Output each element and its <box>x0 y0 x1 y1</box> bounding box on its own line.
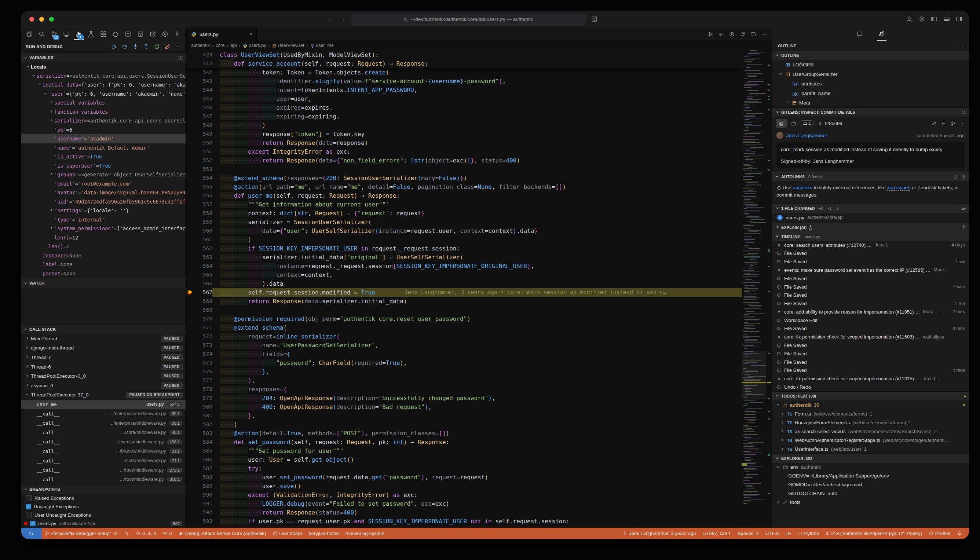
gutter-glyph[interactable] <box>186 77 195 85</box>
variable-row[interactable]: 'uid' = '49d24724dfa590a20fb5961e9c6673c… <box>21 197 186 207</box>
timeline-section-header[interactable]: TIMELINE users.py <box>772 232 969 241</box>
call-stack-frame[interactable]: __call__.../root/middleware.py318:1 <box>21 475 186 484</box>
go-env-var[interactable]: GOMOD=~/dev/authentik/go.mod <box>772 480 969 489</box>
split-editor-button[interactable] <box>750 31 756 37</box>
variable-row[interactable]: label = None <box>21 260 186 269</box>
history-back-icon[interactable]: ← <box>328 15 334 23</box>
variable-row[interactable]: 'is_superuser' = True <box>21 162 186 170</box>
debug-run-button[interactable] <box>729 31 735 37</box>
gutter-glyph[interactable] <box>186 323 195 332</box>
line-number[interactable]: 575 <box>195 360 212 366</box>
minimize-window-button[interactable] <box>39 17 44 22</box>
tree-expander-icon[interactable] <box>31 73 37 78</box>
call-stack-frame[interactable]: __call__.../enterprise/middleware.py39:1 <box>21 418 186 428</box>
account-icon[interactable] <box>906 16 913 23</box>
line-number[interactable]: 556 <box>195 193 212 198</box>
todo-file-HorizontalFormElementts[interactable]: TSHorizontalFormElement.ts(web/src/eleme… <box>772 418 969 427</box>
timeline-commit-item[interactable]: core: fix permission check for scoped im… <box>772 333 969 341</box>
breadcrumb-item-UserViewSet[interactable]: UserViewSet <box>272 43 304 48</box>
call-stack-thread[interactable]: asyncio_0PAUSED <box>21 381 186 390</box>
step-over-button[interactable] <box>122 43 128 50</box>
timeline-event-item[interactable]: File Saved <box>772 341 969 350</box>
gutter-glyph[interactable] <box>186 393 195 402</box>
timeline-event-item[interactable]: File Saved <box>772 274 969 283</box>
gutter-glyph[interactable] <box>186 464 195 473</box>
tree-expander-icon[interactable] <box>25 336 31 341</box>
graph-icon[interactable] <box>951 120 956 127</box>
variable-row[interactable]: 'settings' = {'locale': ''} <box>21 206 186 215</box>
commit-author-name[interactable]: Jens Langhammer <box>787 133 827 138</box>
rerun-button[interactable] <box>740 31 745 37</box>
activity-item-extension-a[interactable] <box>123 28 133 40</box>
statusbar-problems[interactable]: 00 <box>132 528 159 539</box>
statusbar-python-interpreter[interactable]: 3.12.8 ('authentik-xEAhpGPh-py3.12': Poe… <box>822 528 925 539</box>
line-number[interactable]: 577 <box>195 377 212 383</box>
gutter-glyph[interactable] <box>186 253 195 262</box>
line-number[interactable]: 576 <box>195 368 212 375</box>
changed-file-row[interactable]: ± users.py authentik/core/api <box>772 213 969 223</box>
tree-expander-icon[interactable] <box>48 100 54 105</box>
line-number[interactable]: 571 <box>195 325 212 330</box>
statusbar-live-share[interactable]: Live Share <box>269 528 305 539</box>
run-python-file-button[interactable] <box>708 31 713 37</box>
settings-gear-icon[interactable] <box>918 16 925 23</box>
timeline-event-item[interactable]: File Saved4 mos <box>772 367 969 375</box>
statusbar-monitoring-item[interactable]: monitoring-system <box>342 528 388 539</box>
activity-item-github[interactable] <box>111 28 121 40</box>
tree-expander-icon[interactable] <box>48 118 54 123</box>
breakpoints-section-header[interactable]: BREAKPOINTS <box>21 484 186 494</box>
timeline-event-item[interactable]: File Saved1 mo <box>772 299 969 308</box>
variable-row[interactable]: 'system_permissions' = ['access_admin_in… <box>21 224 186 233</box>
history-forward-icon[interactable]: → <box>339 15 345 23</box>
variable-row[interactable]: 'name' = 'authentik Default Admin' <box>21 143 186 153</box>
gutter-glyph[interactable] <box>186 438 195 446</box>
line-number[interactable]: 578 <box>195 386 212 392</box>
back-icon[interactable] <box>941 120 946 127</box>
line-number[interactable]: 583 <box>195 430 212 436</box>
breakpoint-row[interactable]: ✓users.pyauthentik/core/api567 <box>21 519 186 528</box>
line-number[interactable]: 570 <box>195 316 212 322</box>
tree-expander-icon[interactable] <box>25 364 31 369</box>
tree-expander-icon[interactable] <box>48 226 54 231</box>
tree-expander-icon[interactable] <box>778 72 783 77</box>
call-stack-thread[interactable]: Thread-6PAUSED <box>21 362 186 372</box>
line-number[interactable]: 572 <box>195 333 212 339</box>
statusbar-cursor-position[interactable]: Ln 567, Col 1 <box>699 528 734 539</box>
line-number[interactable]: 424 <box>195 52 212 58</box>
todo-file-aksearchselectviewts[interactable]: TSak-search-select-view.ts(web/src/eleme… <box>772 427 969 436</box>
line-number[interactable]: 561 <box>195 237 212 242</box>
outline-section-header[interactable]: OUTLINE <box>772 51 969 60</box>
commit-author-row[interactable]: Jens Langhammer committed 3 years ago <box>772 130 969 141</box>
zoom-window-button[interactable] <box>49 17 54 22</box>
line-number[interactable]: 586 <box>195 457 212 462</box>
statusbar-blame-status[interactable]: Jens Langhammer, 3 years ago <box>619 528 699 539</box>
explain-ai-section-header[interactable]: EXPLAIN (AI) <box>772 223 969 232</box>
variable-row[interactable]: 'is_active' = True <box>21 152 186 162</box>
line-number[interactable]: 580 <box>195 404 212 410</box>
gutter-glyph[interactable] <box>186 473 195 482</box>
gutter-glyph[interactable] <box>186 376 195 385</box>
line-number[interactable]: 564 <box>195 263 212 269</box>
go-env-row[interactable]: envauthentik <box>772 463 969 472</box>
statusbar-language-mode[interactable]: Python <box>794 528 822 539</box>
explorer-go-section-header[interactable]: EXPLORER: GO <box>772 453 969 463</box>
gutter-glyph[interactable] <box>186 217 195 226</box>
statusbar-ports[interactable]: 0 <box>160 528 175 539</box>
close-tab-icon[interactable]: × <box>250 31 253 37</box>
statusbar-encoding[interactable]: UTF-8 <box>762 528 782 539</box>
timeline-commit-item[interactable]: events: make sure password set event has… <box>772 266 969 274</box>
line-number[interactable]: 551 <box>195 148 212 154</box>
breadcrumb-item-user_me[interactable]: user_me <box>310 43 334 48</box>
close-window-button[interactable] <box>29 17 34 22</box>
line-number[interactable]: 559 <box>195 219 212 225</box>
line-number[interactable]: 579 <box>195 395 212 401</box>
breakpoint-checkbox[interactable] <box>26 495 32 501</box>
gutter-glyph[interactable] <box>186 490 195 499</box>
line-number[interactable]: 569 <box>195 307 212 313</box>
tree-expander-icon[interactable] <box>43 91 48 97</box>
variable-row[interactable]: parent = None <box>21 269 186 278</box>
go-env-var[interactable]: GOENV=~/Library/Application Support/go/e… <box>772 472 969 480</box>
files-changed-section-header[interactable]: 1 FILE CHANGED +0 ~1 -0 <box>772 203 969 213</box>
gutter-glyph[interactable] <box>186 244 195 253</box>
secondary-tab-outline[interactable] <box>877 28 887 41</box>
